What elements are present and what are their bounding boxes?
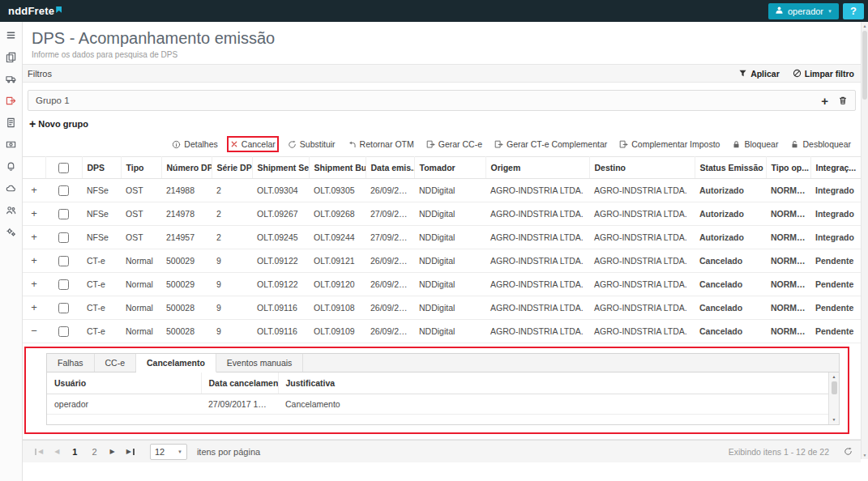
- sidebar-item-copy[interactable]: [0, 46, 22, 68]
- detail-column-usuario[interactable]: Usuário: [47, 372, 201, 394]
- grid-row[interactable]: +CT-eNormal5000299OLT.09122OLT.0912126/0…: [23, 249, 861, 273]
- cell-shipment-sell: OLT.09116: [252, 296, 309, 320]
- scrollbar-thumb[interactable]: [832, 381, 837, 394]
- expand-row-icon[interactable]: +: [31, 185, 37, 194]
- page-1-button[interactable]: 1: [66, 447, 83, 457]
- grid-row[interactable]: +NFSeOST2149572OLT.09245OLT.0924427/09/2…: [23, 226, 861, 249]
- expand-row-icon[interactable]: +: [31, 303, 37, 312]
- apply-filter-button[interactable]: Aplicar: [738, 69, 780, 79]
- generate-icon: [426, 140, 435, 149]
- detail-scrollbar[interactable]: ▲ ▼: [828, 372, 839, 424]
- lock-icon: [732, 140, 741, 149]
- grid-row[interactable]: −CT-eNormal5000289OLT.09116OLT.0910926/0…: [23, 320, 861, 343]
- toolbar-gerar-ct-e-complementar-button[interactable]: Gerar CT-e Complementar: [494, 139, 607, 149]
- help-button[interactable]: ?: [843, 3, 864, 19]
- sidebar-item-gears[interactable]: [0, 221, 22, 243]
- last-page-button[interactable]: ▶: [122, 448, 139, 455]
- previous-page-button[interactable]: ◀: [50, 448, 63, 455]
- cell-data-emissao: 26/09/2017: [366, 249, 414, 273]
- toolbar-complementar-imposto-button[interactable]: Complementar Imposto: [619, 139, 720, 149]
- vertical-scrollbar[interactable]: ▲ ▼: [861, 22, 868, 459]
- column-header-destino[interactable]: Destino: [589, 157, 695, 179]
- grid-row[interactable]: +NFSeOST2149782OLT.09267OLT.0926827/09/2…: [23, 202, 861, 226]
- cancel-detail-table: Usuário Data cancelamento Justificativa: [47, 372, 828, 415]
- scroll-up-icon[interactable]: ▲: [832, 374, 836, 380]
- row-checkbox[interactable]: [58, 209, 69, 219]
- column-header-shipment-buy[interactable]: Shipment Buy: [309, 157, 366, 179]
- sidebar-item-document[interactable]: [0, 112, 22, 134]
- scroll-down-icon[interactable]: ▼: [832, 417, 836, 423]
- sidebar-item-money[interactable]: [0, 134, 22, 155]
- detail-column-data-cancelamento[interactable]: Data cancelamento: [201, 372, 278, 394]
- sidebar-item-bell[interactable]: [0, 155, 22, 177]
- select-all-checkbox[interactable]: [58, 163, 69, 173]
- scroll-down-icon[interactable]: ▼: [862, 451, 868, 459]
- user-menu-button[interactable]: operador ▼: [768, 3, 839, 19]
- cell-tomador: NDDigital: [414, 179, 485, 202]
- tab-cancelamento[interactable]: Cancelamento: [136, 354, 216, 372]
- cell-tomador: NDDigital: [414, 296, 485, 320]
- scrollbar-thumb[interactable]: [862, 31, 867, 100]
- column-header-tipo[interactable]: Tipo: [121, 157, 161, 179]
- tab-cc-e[interactable]: CC-e: [95, 354, 137, 372]
- column-header-s-rie-dps[interactable]: Série DPS: [212, 157, 252, 179]
- toolbar-detalhes-button[interactable]: Detalhes: [172, 139, 217, 149]
- sidebar-item-users[interactable]: [0, 199, 22, 221]
- toolbar-bloquear-button[interactable]: Bloquear: [732, 139, 778, 149]
- detail-row[interactable]: operador 27/09/2017 13:44 Cancelamento: [47, 394, 828, 415]
- page-size-value: 12: [155, 447, 165, 457]
- first-page-button[interactable]: ◀: [31, 448, 47, 455]
- filters-title: Filtros: [28, 69, 52, 79]
- column-header-shipment-sell[interactable]: Shipment Sell: [252, 157, 309, 179]
- sidebar-item-dps[interactable]: [0, 90, 22, 112]
- column-header-status-emiss-o[interactable]: Status Emissão: [695, 157, 766, 179]
- column-header-dps[interactable]: DPS: [82, 157, 121, 179]
- toolbar-retornar-otm-button[interactable]: Retornar OTM: [348, 139, 414, 149]
- sidebar-item-menu[interactable]: [0, 24, 22, 46]
- toolbar-gerar-cc-e-button[interactable]: Gerar CC-e: [426, 139, 482, 149]
- grid-row[interactable]: +NFSeOST2149882OLT.09304OLT.0930526/09/2…: [23, 179, 861, 202]
- filter-group-panel[interactable]: Grupo 1 +: [28, 90, 856, 111]
- collapse-row-icon[interactable]: −: [31, 326, 37, 335]
- column-header-n-mero-dps[interactable]: Número DPS: [161, 157, 212, 179]
- add-filter-button[interactable]: +: [821, 95, 828, 107]
- grid-row[interactable]: +CT-eNormal5000299OLT.09122OLT.0912026/0…: [23, 273, 861, 296]
- cell-shipment-sell: OLT.09122: [252, 249, 309, 273]
- toolbar-substituir-button[interactable]: Substituir: [288, 139, 336, 149]
- grid-row[interactable]: +CT-eNormal5000289OLT.09116OLT.0910826/0…: [23, 296, 861, 320]
- page-2-button[interactable]: 2: [86, 447, 102, 457]
- tab-falhas[interactable]: Falhas: [47, 354, 95, 372]
- expand-row-icon[interactable]: +: [31, 209, 37, 218]
- row-checkbox[interactable]: [58, 279, 69, 290]
- row-checkbox[interactable]: [58, 256, 69, 266]
- trash-icon[interactable]: [838, 96, 848, 105]
- sidebar-item-truck[interactable]: [0, 68, 22, 90]
- refresh-icon[interactable]: [844, 447, 853, 456]
- column-header-tomador[interactable]: Tomador: [414, 157, 485, 179]
- new-group-button[interactable]: + Novo grupo: [28, 118, 88, 130]
- expand-row-icon[interactable]: +: [31, 232, 37, 241]
- row-checkbox[interactable]: [58, 326, 69, 337]
- toolbar-cancelar-button[interactable]: Cancelar: [230, 139, 276, 149]
- expand-row-icon[interactable]: +: [31, 256, 37, 265]
- row-checkbox[interactable]: [58, 303, 69, 313]
- page-size-select[interactable]: 12 ▼: [150, 444, 187, 460]
- column-header-data-emis[interactable]: Data emis...: [366, 157, 414, 179]
- column-header-tipo-op[interactable]: Tipo op...: [766, 157, 810, 179]
- expand-row-icon[interactable]: +: [31, 279, 37, 288]
- apply-filter-label: Aplicar: [750, 69, 780, 79]
- scroll-up-icon[interactable]: ▲: [862, 22, 868, 30]
- toolbar-desbloquear-button[interactable]: Desbloquear: [790, 139, 851, 149]
- brand-logo: nddFrete: [8, 5, 62, 17]
- next-page-button[interactable]: ▶: [106, 448, 119, 455]
- column-header-integra[interactable]: Integraç...: [810, 157, 861, 179]
- sidebar-item-cloud[interactable]: [0, 177, 22, 199]
- row-checkbox[interactable]: [58, 232, 69, 243]
- grid-body: +NFSeOST2149882OLT.09304OLT.0930526/09/2…: [23, 179, 861, 343]
- column-header-origem[interactable]: Origem: [485, 157, 589, 179]
- tab-eventos-manuais[interactable]: Eventos manuais: [216, 354, 304, 372]
- detail-column-justificativa[interactable]: Justificativa: [278, 372, 828, 394]
- cell-integracao: Integrado: [810, 202, 861, 226]
- row-checkbox[interactable]: [58, 185, 69, 196]
- clear-filter-button[interactable]: Limpar filtro: [793, 69, 854, 79]
